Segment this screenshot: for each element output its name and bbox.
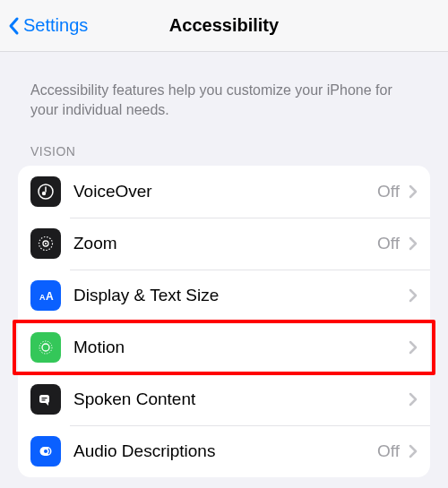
chevron-left-icon (7, 15, 22, 37)
spoken-content-icon (30, 384, 61, 415)
accessibility-description: Accessibility features help you customiz… (0, 52, 448, 132)
zoom-icon (30, 228, 61, 259)
row-label: Zoom (73, 234, 377, 253)
nav-bar: Settings Accessibility (0, 0, 448, 52)
row-spoken-content[interactable]: Spoken Content (18, 373, 430, 425)
chevron-right-icon (409, 288, 418, 303)
svg-point-7 (39, 341, 52, 354)
svg-point-4 (45, 243, 47, 244)
row-status: Off (377, 234, 400, 253)
svg-rect-9 (39, 395, 49, 403)
back-label: Settings (23, 15, 88, 36)
row-label: VoiceOver (73, 182, 377, 201)
row-voiceover[interactable]: VoiceOver Off (18, 166, 430, 218)
section-header-vision: VISION (0, 132, 448, 166)
audio-descriptions-icon (30, 436, 61, 467)
svg-text:A: A (39, 293, 46, 302)
svg-rect-11 (42, 399, 46, 400)
row-zoom[interactable]: Zoom Off (18, 218, 430, 270)
chevron-right-icon (409, 392, 418, 407)
text-size-icon: AA (30, 280, 61, 311)
row-label: Spoken Content (73, 390, 400, 409)
row-audio-descriptions[interactable]: Audio Descriptions Off (18, 425, 430, 477)
svg-text:A: A (46, 290, 54, 303)
row-display-text-size[interactable]: AA Display & Text Size (18, 270, 430, 321)
row-motion[interactable]: Motion (18, 321, 430, 373)
voiceover-icon (30, 176, 61, 207)
row-label: Motion (73, 338, 400, 357)
motion-icon (30, 332, 61, 363)
svg-rect-10 (42, 398, 47, 398)
back-button[interactable]: Settings (7, 15, 88, 37)
row-label: Audio Descriptions (73, 441, 377, 461)
chevron-right-icon (409, 236, 418, 251)
chevron-right-icon (409, 444, 418, 458)
row-status: Off (377, 441, 400, 461)
chevron-right-icon (409, 340, 418, 355)
chevron-right-icon (409, 184, 418, 199)
row-label: Display & Text Size (73, 286, 400, 305)
svg-point-13 (44, 449, 47, 453)
svg-point-8 (42, 344, 49, 351)
row-status: Off (377, 182, 400, 201)
settings-list: VoiceOver Off Zoom Off AA Display & Text… (18, 166, 430, 477)
